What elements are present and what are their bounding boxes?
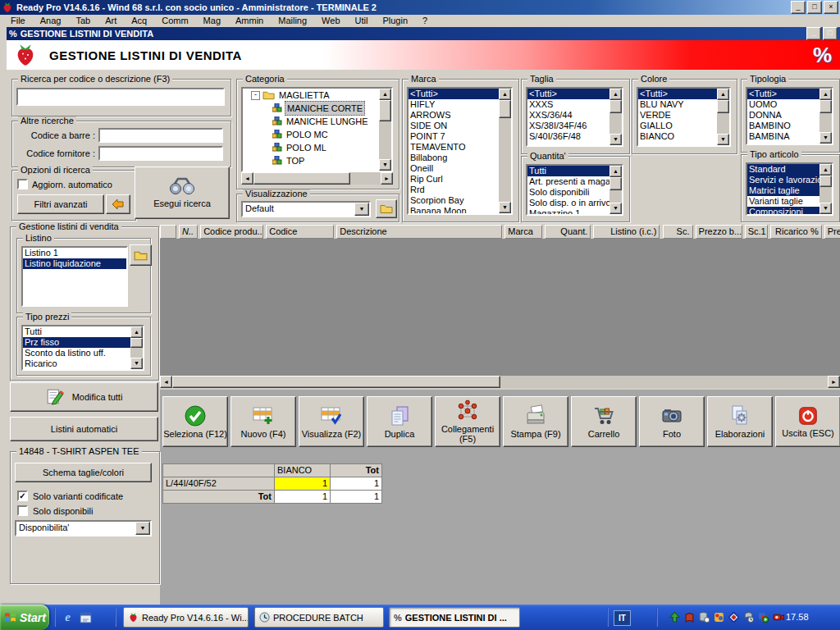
visualizzazione-folder-button[interactable] bbox=[376, 199, 397, 218]
scroll-down-icon[interactable]: ▼ bbox=[717, 134, 729, 145]
tray-icon-scheduler[interactable] bbox=[742, 611, 755, 623]
menu-item-help[interactable]: ? bbox=[415, 15, 435, 27]
results-hscrollbar[interactable]: ◄► bbox=[160, 376, 840, 388]
list-item[interactable]: Sconto da listino uff. bbox=[23, 348, 130, 358]
tray-icon-update[interactable] bbox=[669, 611, 681, 623]
tree-node-label[interactable]: MANICHE CORTE bbox=[285, 101, 365, 116]
minimize-icon[interactable]: _ bbox=[791, 1, 806, 14]
list-item[interactable]: <Tutti> bbox=[527, 89, 609, 99]
list-item[interactable]: Tutti bbox=[23, 326, 130, 337]
column-header[interactable]: Codice bbox=[266, 225, 334, 239]
tree-node-label[interactable]: MANICHE LUNGHE bbox=[285, 115, 370, 128]
list-item[interactable]: UOMO bbox=[747, 99, 819, 110]
taglia-vscrollbar[interactable]: ▲▼ bbox=[609, 89, 622, 145]
tree-node-root[interactable]: - MAGLIETTA bbox=[243, 89, 391, 102]
menu-item-mailing[interactable]: Mailing bbox=[271, 15, 314, 27]
column-header[interactable]: Codice produ... bbox=[200, 225, 263, 239]
list-item[interactable]: ARROWS bbox=[409, 110, 499, 121]
scroll-up-icon[interactable]: ▲ bbox=[717, 89, 729, 100]
tree-node[interactable]: MANICHE CORTE bbox=[243, 102, 391, 115]
list-item[interactable]: <Tutti> bbox=[747, 89, 819, 99]
carrello-button[interactable]: Carrello bbox=[571, 396, 637, 447]
list-item[interactable]: Art. presenti a magaz bbox=[527, 176, 609, 187]
scroll-down-icon[interactable]: ▼ bbox=[379, 159, 391, 171]
visualizzazione-combo[interactable]: Default ▼ bbox=[241, 201, 371, 217]
list-item[interactable]: Billabong bbox=[409, 153, 499, 163]
elaborazioni-button[interactable]: Elaborazioni bbox=[707, 396, 773, 447]
mdi-maximize-icon[interactable]: □ bbox=[823, 27, 838, 40]
disponibilita-combo[interactable]: Disponibilita' ▼ bbox=[15, 520, 152, 536]
scroll-down-icon[interactable]: ▼ bbox=[130, 358, 143, 369]
chevron-down-icon[interactable]: ▼ bbox=[135, 522, 150, 535]
list-item[interactable]: VERDE bbox=[638, 110, 717, 121]
list-item[interactable]: HIFLY bbox=[409, 99, 499, 110]
list-item[interactable]: S/40I/36F/48 bbox=[527, 131, 609, 142]
tree-node[interactable]: POLO ML bbox=[243, 141, 391, 154]
menu-item-ammin[interactable]: Ammin bbox=[228, 15, 271, 27]
collegamenti-button[interactable]: Collegamenti (F5) bbox=[435, 396, 500, 447]
column-header[interactable]: Marca bbox=[504, 225, 542, 239]
list-item[interactable]: BAMBINO bbox=[747, 121, 819, 131]
close-icon[interactable]: × bbox=[824, 1, 838, 14]
tipo-articolo-vscrollbar[interactable]: ▲▼ bbox=[819, 164, 832, 214]
tree-node[interactable]: POLO MC bbox=[243, 128, 391, 141]
menu-item-art[interactable]: Art bbox=[98, 15, 124, 27]
menu-item-web[interactable]: Web bbox=[314, 15, 347, 27]
taskbar-task-procedure-batch[interactable]: PROCEDURE BATCH bbox=[254, 607, 384, 628]
scroll-down-icon[interactable]: ▼ bbox=[819, 203, 832, 214]
scroll-left-icon[interactable]: ◄ bbox=[160, 376, 172, 388]
nuovo-button[interactable]: Nuovo (F4) bbox=[231, 396, 296, 447]
menu-item-mag[interactable]: Mag bbox=[196, 15, 228, 27]
tray-icon-play[interactable] bbox=[757, 611, 769, 623]
tray-icon-diamond[interactable] bbox=[728, 611, 740, 623]
seleziona-button[interactable]: Seleziona (F12) bbox=[162, 396, 228, 447]
categoria-hscrollbar[interactable]: ◄► bbox=[241, 172, 393, 185]
list-item[interactable]: POINT 7 bbox=[409, 131, 499, 142]
categoria-vscrollbar[interactable]: ▲▼ bbox=[379, 89, 391, 171]
list-item[interactable]: Solo disp. o in arrivo bbox=[527, 198, 609, 208]
list-item[interactable]: Varianti taglie bbox=[747, 196, 819, 207]
list-item[interactable]: Rrd bbox=[409, 185, 499, 195]
scroll-up-icon[interactable]: ▲ bbox=[609, 89, 622, 100]
marca-vscrollbar[interactable]: ▲▼ bbox=[499, 89, 511, 213]
tray-icon-paint[interactable] bbox=[713, 611, 725, 623]
tray-icon-database[interactable] bbox=[698, 611, 710, 623]
scroll-right-icon[interactable]: ► bbox=[828, 376, 840, 388]
scroll-up-icon[interactable]: ▲ bbox=[819, 164, 832, 176]
scroll-down-icon[interactable]: ▼ bbox=[499, 202, 511, 213]
duplica-button[interactable]: Duplica bbox=[367, 396, 432, 447]
list-item[interactable]: DONNA bbox=[747, 110, 819, 121]
filtri-avanzati-button[interactable]: Filtri avanzati bbox=[17, 194, 104, 214]
list-item[interactable]: <Tutti> bbox=[409, 89, 499, 99]
column-header[interactable]: Sc. bbox=[663, 225, 693, 239]
visualizza-button[interactable]: Visualizza (F2) bbox=[299, 396, 364, 447]
aggiorn-automatico-checkbox[interactable] bbox=[17, 179, 28, 189]
list-item[interactable]: GIALLO bbox=[638, 121, 717, 131]
list-item[interactable]: SIDE ON bbox=[409, 121, 499, 131]
scroll-up-icon[interactable]: ▲ bbox=[130, 326, 143, 338]
list-item[interactable]: BAMBINA bbox=[747, 131, 819, 142]
scroll-up-icon[interactable]: ▲ bbox=[609, 166, 622, 177]
tipo-prezzi-vscrollbar[interactable]: ▲▼ bbox=[130, 326, 143, 369]
menu-item-comm[interactable]: Comm bbox=[154, 15, 195, 27]
list-item[interactable]: Composizioni bbox=[747, 207, 819, 216]
column-header[interactable]: Quant. bbox=[545, 225, 591, 239]
tree-node-label[interactable]: TOP bbox=[285, 154, 306, 167]
list-item[interactable]: XS/38I/34F/46 bbox=[527, 121, 609, 131]
column-header[interactable]: Pre... bbox=[824, 225, 840, 239]
matrix-value-cell[interactable]: 1 bbox=[274, 477, 331, 491]
taskbar-task-gestione-listini[interactable]: % GESTIONE LISTINI DI ... bbox=[389, 607, 520, 628]
filtri-avanzati-arrow-button[interactable] bbox=[106, 194, 130, 214]
list-item[interactable]: Prz fisso bbox=[23, 337, 130, 348]
menu-item-file[interactable]: File bbox=[3, 15, 33, 27]
mdi-minimize-icon[interactable]: _ bbox=[806, 27, 821, 40]
tree-node-label[interactable]: POLO MC bbox=[285, 128, 330, 141]
list-item[interactable]: BIANCO bbox=[638, 131, 717, 142]
menu-item-acq[interactable]: Acq bbox=[124, 15, 154, 27]
menu-item-plugin[interactable]: Plugin bbox=[375, 15, 415, 27]
list-item[interactable]: TEMAVENTO bbox=[409, 142, 499, 153]
search-input[interactable] bbox=[16, 88, 225, 106]
scroll-right-icon[interactable]: ► bbox=[381, 172, 393, 185]
list-item[interactable]: Listino 1 bbox=[23, 248, 126, 258]
scroll-down-icon[interactable]: ▼ bbox=[609, 203, 622, 214]
